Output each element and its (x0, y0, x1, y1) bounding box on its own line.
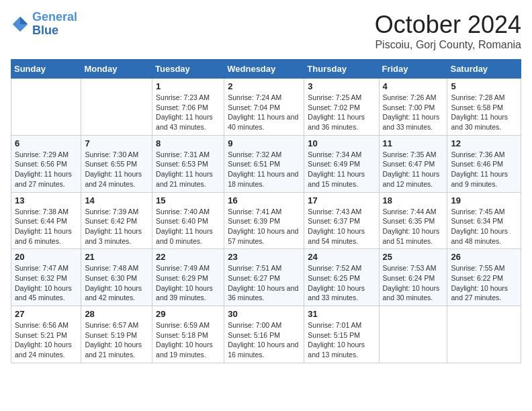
day-number: 1 (156, 81, 220, 91)
day-cell: 15Sunrise: 7:40 AMSunset: 6:40 PMDayligh… (152, 192, 224, 249)
day-info: Sunrise: 7:40 AMSunset: 6:40 PMDaylight:… (156, 207, 220, 246)
day-cell: 29Sunrise: 6:59 AMSunset: 5:18 PMDayligh… (152, 306, 224, 363)
page-header: General Blue October 2024 Piscoiu, Gorj … (11, 11, 521, 51)
day-cell: 28Sunrise: 6:57 AMSunset: 5:19 PMDayligh… (81, 306, 152, 363)
day-number: 29 (156, 309, 220, 319)
day-number: 18 (383, 195, 444, 205)
week-row-2: 6Sunrise: 7:29 AMSunset: 6:56 PMDaylight… (11, 135, 521, 192)
day-cell: 14Sunrise: 7:39 AMSunset: 6:42 PMDayligh… (81, 192, 152, 249)
day-number: 21 (85, 252, 148, 262)
day-number: 5 (451, 81, 517, 91)
day-cell: 9Sunrise: 7:32 AMSunset: 6:51 PMDaylight… (224, 135, 304, 192)
logo: General Blue (11, 11, 77, 38)
day-number: 14 (85, 195, 148, 205)
day-info: Sunrise: 7:28 AMSunset: 6:58 PMDaylight:… (451, 93, 517, 132)
day-number: 13 (15, 195, 77, 205)
header-tuesday: Tuesday (152, 60, 224, 79)
title-block: October 2024 Piscoiu, Gorj County, Roman… (375, 11, 521, 51)
day-info: Sunrise: 7:29 AMSunset: 6:56 PMDaylight:… (15, 150, 77, 189)
header-friday: Friday (379, 60, 447, 79)
logo-icon (11, 15, 30, 34)
day-cell: 30Sunrise: 7:00 AMSunset: 5:16 PMDayligh… (224, 306, 304, 363)
day-number: 15 (156, 195, 220, 205)
day-cell: 16Sunrise: 7:41 AMSunset: 6:39 PMDayligh… (224, 192, 304, 249)
week-row-1: 1Sunrise: 7:23 AMSunset: 7:06 PMDaylight… (11, 79, 521, 136)
day-number: 6 (15, 138, 77, 148)
svg-marker-1 (20, 17, 28, 24)
day-cell: 4Sunrise: 7:26 AMSunset: 7:00 PMDaylight… (379, 79, 447, 136)
day-cell: 3Sunrise: 7:25 AMSunset: 7:02 PMDaylight… (304, 79, 379, 136)
day-number: 3 (308, 81, 375, 91)
day-info: Sunrise: 7:36 AMSunset: 6:46 PMDaylight:… (451, 150, 517, 189)
day-number: 25 (383, 252, 444, 262)
week-row-5: 27Sunrise: 6:56 AMSunset: 5:21 PMDayligh… (11, 306, 521, 363)
day-cell: 12Sunrise: 7:36 AMSunset: 6:46 PMDayligh… (447, 135, 521, 192)
location-title: Piscoiu, Gorj County, Romania (375, 39, 521, 51)
header-saturday: Saturday (447, 60, 521, 79)
day-cell: 6Sunrise: 7:29 AMSunset: 6:56 PMDaylight… (11, 135, 81, 192)
day-info: Sunrise: 7:43 AMSunset: 6:37 PMDaylight:… (308, 207, 375, 246)
day-number: 23 (228, 252, 300, 262)
day-info: Sunrise: 7:34 AMSunset: 6:49 PMDaylight:… (308, 150, 375, 189)
calendar-header-row: SundayMondayTuesdayWednesdayThursdayFrid… (11, 60, 521, 79)
day-number: 19 (451, 195, 517, 205)
day-info: Sunrise: 7:55 AMSunset: 6:22 PMDaylight:… (451, 263, 517, 303)
day-info: Sunrise: 7:26 AMSunset: 7:00 PMDaylight:… (383, 93, 444, 132)
day-cell: 10Sunrise: 7:34 AMSunset: 6:49 PMDayligh… (304, 135, 379, 192)
day-cell (81, 79, 152, 136)
day-info: Sunrise: 7:35 AMSunset: 6:47 PMDaylight:… (383, 150, 444, 189)
day-info: Sunrise: 7:38 AMSunset: 6:44 PMDaylight:… (15, 207, 77, 246)
week-row-4: 20Sunrise: 7:47 AMSunset: 6:32 PMDayligh… (11, 249, 521, 306)
header-sunday: Sunday (11, 60, 81, 79)
day-number: 31 (308, 309, 375, 319)
day-cell: 22Sunrise: 7:49 AMSunset: 6:29 PMDayligh… (152, 249, 224, 306)
day-info: Sunrise: 7:49 AMSunset: 6:29 PMDaylight:… (156, 263, 220, 303)
header-thursday: Thursday (304, 60, 379, 79)
day-info: Sunrise: 7:53 AMSunset: 6:24 PMDaylight:… (383, 263, 444, 303)
day-info: Sunrise: 7:51 AMSunset: 6:27 PMDaylight:… (228, 263, 300, 303)
day-cell: 23Sunrise: 7:51 AMSunset: 6:27 PMDayligh… (224, 249, 304, 306)
day-info: Sunrise: 7:23 AMSunset: 7:06 PMDaylight:… (156, 93, 220, 132)
day-cell: 2Sunrise: 7:24 AMSunset: 7:04 PMDaylight… (224, 79, 304, 136)
month-title: October 2024 (375, 11, 521, 39)
day-info: Sunrise: 7:48 AMSunset: 6:30 PMDaylight:… (85, 263, 148, 303)
logo-text: General Blue (32, 11, 77, 38)
day-info: Sunrise: 7:47 AMSunset: 6:32 PMDaylight:… (15, 263, 77, 303)
day-cell: 13Sunrise: 7:38 AMSunset: 6:44 PMDayligh… (11, 192, 81, 249)
day-cell (11, 79, 81, 136)
day-cell: 20Sunrise: 7:47 AMSunset: 6:32 PMDayligh… (11, 249, 81, 306)
day-cell: 24Sunrise: 7:52 AMSunset: 6:25 PMDayligh… (304, 249, 379, 306)
day-number: 30 (228, 309, 300, 319)
day-info: Sunrise: 7:01 AMSunset: 5:15 PMDaylight:… (308, 320, 375, 360)
day-number: 9 (228, 138, 300, 148)
day-number: 26 (451, 252, 517, 262)
day-cell: 7Sunrise: 7:30 AMSunset: 6:55 PMDaylight… (81, 135, 152, 192)
day-number: 8 (156, 138, 220, 148)
day-cell: 11Sunrise: 7:35 AMSunset: 6:47 PMDayligh… (379, 135, 447, 192)
header-monday: Monday (81, 60, 152, 79)
calendar-table: SundayMondayTuesdayWednesdayThursdayFrid… (11, 59, 521, 363)
day-info: Sunrise: 7:44 AMSunset: 6:35 PMDaylight:… (383, 207, 444, 246)
day-info: Sunrise: 7:25 AMSunset: 7:02 PMDaylight:… (308, 93, 375, 132)
day-info: Sunrise: 7:39 AMSunset: 6:42 PMDaylight:… (85, 207, 148, 246)
day-info: Sunrise: 7:00 AMSunset: 5:16 PMDaylight:… (228, 320, 300, 360)
day-number: 12 (451, 138, 517, 148)
day-number: 17 (308, 195, 375, 205)
day-info: Sunrise: 6:56 AMSunset: 5:21 PMDaylight:… (15, 320, 77, 360)
day-number: 20 (15, 252, 77, 262)
day-info: Sunrise: 7:41 AMSunset: 6:39 PMDaylight:… (228, 207, 300, 246)
day-cell: 31Sunrise: 7:01 AMSunset: 5:15 PMDayligh… (304, 306, 379, 363)
day-cell: 17Sunrise: 7:43 AMSunset: 6:37 PMDayligh… (304, 192, 379, 249)
day-number: 10 (308, 138, 375, 148)
header-wednesday: Wednesday (224, 60, 304, 79)
day-number: 11 (383, 138, 444, 148)
day-number: 4 (383, 81, 444, 91)
day-cell (447, 306, 521, 363)
week-row-3: 13Sunrise: 7:38 AMSunset: 6:44 PMDayligh… (11, 192, 521, 249)
day-number: 7 (85, 138, 148, 148)
day-info: Sunrise: 7:32 AMSunset: 6:51 PMDaylight:… (228, 150, 300, 189)
day-number: 24 (308, 252, 375, 262)
day-cell (379, 306, 447, 363)
day-number: 22 (156, 252, 220, 262)
day-cell: 19Sunrise: 7:45 AMSunset: 6:34 PMDayligh… (447, 192, 521, 249)
